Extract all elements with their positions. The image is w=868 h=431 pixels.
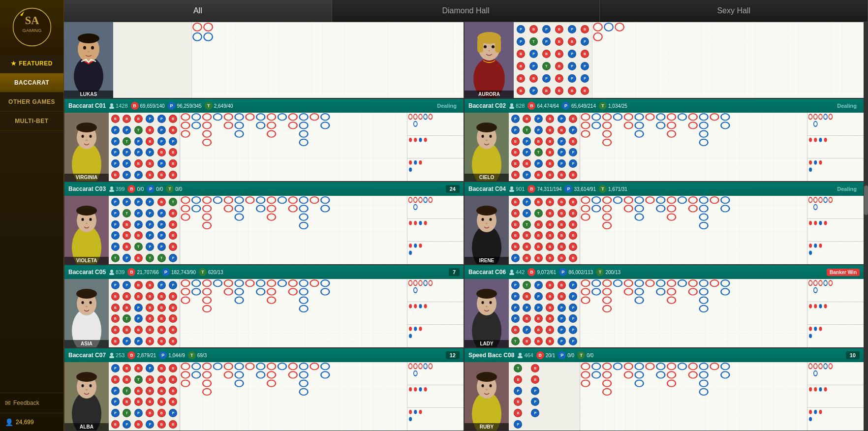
svg-point-271 [86,306,88,308]
t-badge: T [599,185,607,193]
svg-point-145 [819,160,822,165]
p-badge: P [147,185,155,193]
svg-point-204 [409,251,412,255]
person-icon [517,352,523,358]
svg-rect-156 [180,196,407,264]
dealer-img: ASIA [64,279,109,347]
bet-info-b: B 64,474/64 [527,102,559,110]
svg-rect-72 [408,113,463,135]
b-badge: B [131,102,139,110]
small-road-3 [407,242,464,264]
game-title: Baccarat C07 [68,352,106,359]
game-card-c08[interactable]: Speed Bacc C08 464 B 20/1 P 0/0 T 0/0 10 [464,348,864,431]
tab-diamond-hall[interactable]: Diamond Hall [332,0,600,22]
bet-info-t: T 1,671/31 [599,185,627,193]
player-count: 828 [509,103,525,109]
tab-all[interactable]: All [64,0,332,22]
scrollbar-thumb[interactable] [864,185,868,215]
small-road-1 [807,279,864,302]
svg-point-372 [819,304,822,308]
top-tabs: All Diamond Hall Sexy Hall [64,0,868,22]
small-road-1 [407,113,464,136]
svg-point-376 [814,327,817,331]
dealer-figure-svg [64,113,109,181]
svg-rect-446 [580,362,807,431]
svg-rect-40 [180,113,407,181]
sidebar-item-multi-bet[interactable]: MULTI-BET [0,112,63,131]
small-road-3 [807,158,864,181]
t-amount: 69/3 [197,353,207,358]
top-dealers-row: LUKAS [64,22,864,98]
player-count: 839 [109,269,124,275]
game-card-c07[interactable]: Baccarat C07 253 B 2,879/21 P 1,044/9 T … [64,348,464,431]
game-card-c06[interactable]: Baccarat C06 442 B 9,072/61 P 86,002/113… [464,265,864,348]
svg-point-80 [409,138,412,142]
small-road-3 [407,325,464,347]
svg-rect-420 [408,363,463,384]
svg-point-263 [110,270,113,273]
sidebar: SA GAMING ★ FEATURED BACCARAT OTHER GAME… [0,0,64,431]
game-card-c05[interactable]: Baccarat C05 839 B 21,707/66 P 182,743/9… [64,265,464,348]
game-title: Baccarat C06 [468,269,506,276]
feedback-button[interactable]: ✉ Feedback [0,393,63,413]
p-badge: P [168,102,176,110]
baccarat-label: BACCARAT [14,79,49,86]
person-icon [509,103,515,109]
b-badge: B [527,185,535,193]
small-road-2 [807,136,864,159]
small-roads [407,362,464,431]
svg-point-260 [814,244,817,248]
sidebar-item-featured[interactable]: ★ FEATURED [0,54,63,73]
b-amount: 20/1 [546,353,555,358]
small-road-1 [407,196,464,219]
svg-point-32 [109,106,114,109]
svg-point-259 [809,244,812,248]
svg-point-25 [488,50,490,52]
dealer-img: VIOLETA [64,196,109,264]
svg-point-83 [424,138,427,142]
svg-point-326 [476,289,497,299]
game-card-c03[interactable]: Baccarat C03 399 B 0/0 P 0/0 T 0/0 24 [64,182,464,265]
small-road-1 [807,113,864,136]
svg-point-10 [91,46,94,50]
big-road [180,196,407,264]
big-road-svg [580,362,807,431]
svg-point-11 [88,51,90,53]
sidebar-item-baccarat[interactable]: BACCARAT [0,73,63,92]
svg-point-384 [76,372,97,382]
right-scrollbar[interactable] [864,22,868,431]
sidebar-item-other-games[interactable]: OTHER GAMES [0,92,63,112]
game-card-c01[interactable]: Baccarat C01 1428 B 69,659/140 P 96,259/… [64,98,464,182]
top-dealer-aurora[interactable]: AURORA P P B B B B B T P [464,22,864,98]
status-number: 12 [446,351,460,359]
top-dealer-lukas[interactable]: LUKAS [64,22,464,98]
small-roads [407,113,464,181]
bet-info-p: P 182,743/90 [162,268,196,276]
svg-point-435 [419,410,422,414]
svg-point-94 [476,123,497,132]
dealer-name: IRENE [465,257,509,264]
big-road [180,279,407,347]
player-count: 442 [509,269,525,275]
svg-point-81 [414,138,417,142]
game-card-c04[interactable]: Baccarat C04 901 B 74,311/194 P 33,614/9… [464,182,864,265]
b-amount: 64,474/64 [537,103,559,109]
big-road-svg [180,279,407,347]
small-road-2 [407,302,464,325]
other-games-label: OTHER GAMES [8,98,55,105]
svg-rect-388 [180,362,407,431]
status-number: 24 [446,185,460,193]
dealer-lukas-name: LUKAS [64,91,113,98]
sidebar-bottom: ✉ Feedback 👤 24,699 [0,393,63,431]
mail-icon: ✉ [5,399,11,407]
svg-point-202 [414,244,417,248]
bet-info-b: B 2,879/21 [127,351,156,359]
game-card-c02[interactable]: Baccarat C02 828 B 64,474/64 P 65,649/21… [464,98,864,182]
p-badge: P [162,268,170,276]
svg-point-262 [809,251,812,255]
t-amount: 1,671/31 [608,186,627,192]
tab-sexy-hall[interactable]: Sexy Hall [600,0,868,22]
dealer-name: RUBY [465,423,509,431]
big-road [580,279,807,347]
player-count: 1428 [109,103,127,109]
